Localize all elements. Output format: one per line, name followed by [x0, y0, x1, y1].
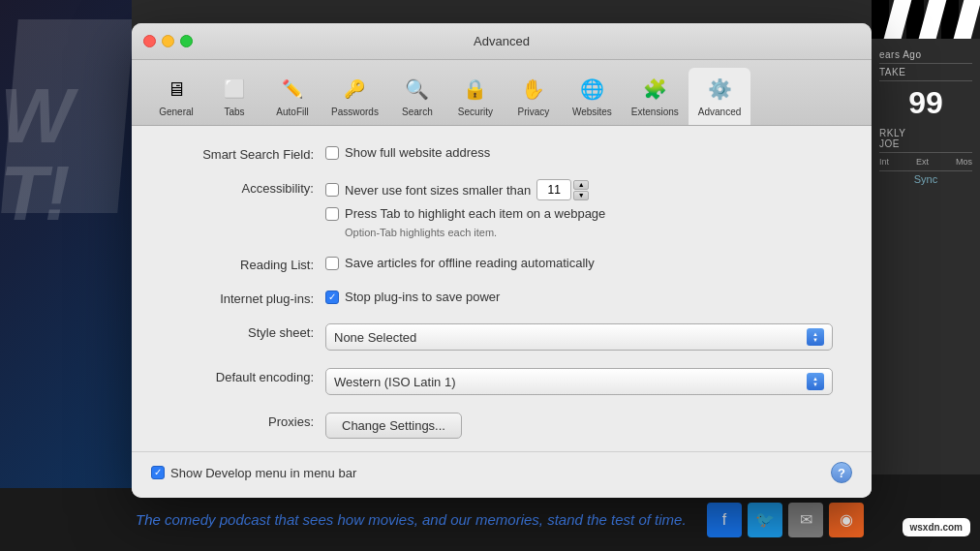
autofill-icon: [277, 74, 308, 105]
maximize-button[interactable]: [180, 35, 193, 47]
never-use-fonts-checkbox[interactable]: [325, 183, 339, 197]
default-encoding-arrow: [807, 373, 824, 390]
toolbar-item-websites[interactable]: Websites: [563, 68, 622, 125]
show-develop-checkbox[interactable]: [151, 466, 165, 479]
style-sheet-controls: None Selected: [325, 323, 833, 351]
preferences-content: Smart Search Field: Show full website ad…: [132, 126, 872, 451]
clapboard-take-number: 99: [879, 81, 972, 125]
toolbar-label-general: General: [159, 107, 194, 117]
toolbar-label-advanced: Advanced: [698, 107, 741, 117]
toolbar-item-general[interactable]: General: [147, 68, 205, 125]
clapboard-take-label: TAKE: [879, 64, 972, 81]
email-icon[interactable]: ✉: [788, 503, 823, 537]
social-icons: f 🐦 ✉ ◉: [707, 503, 864, 537]
stop-plugins-checkbox[interactable]: [325, 291, 339, 304]
security-icon: [460, 74, 491, 105]
close-button[interactable]: [143, 35, 156, 47]
font-size-spinner: 11 ▲ ▼: [536, 179, 589, 200]
toolbar-label-extensions: Extensions: [631, 107, 679, 117]
style-sheet-arrow: [807, 328, 824, 346]
traffic-lights: [143, 35, 193, 47]
internet-plugins-label: Internet plug-ins:: [170, 290, 325, 306]
twitter-icon[interactable]: 🐦: [748, 503, 782, 537]
accessibility-controls: Never use font sizes smaller than 11 ▲ ▼…: [325, 179, 833, 238]
clapboard-content: ears Ago TAKE 99 RKLY JOE Int Ext Mos Sy…: [872, 39, 980, 195]
rss-icon[interactable]: ◉: [829, 503, 864, 537]
stop-plugins-row: Stop plug-ins to save power: [325, 290, 833, 304]
toolbar-item-tabs[interactable]: Tabs: [205, 68, 263, 125]
smart-search-row: Smart Search Field: Show full website ad…: [170, 145, 833, 162]
accessibility-label: Accessibility:: [170, 179, 325, 196]
toolbar-label-privacy: Privacy: [518, 107, 550, 117]
window-title: Advanced: [474, 34, 530, 48]
extensions-icon: [639, 74, 670, 105]
proxies-row: Proxies: Change Settings...: [170, 413, 833, 439]
toolbar: General Tabs AutoFill Passwords Search S…: [132, 60, 872, 126]
change-settings-button[interactable]: Change Settings...: [325, 413, 462, 439]
spinner-arrows: ▲ ▼: [573, 180, 589, 200]
proxies-label: Proxies:: [170, 413, 325, 429]
preferences-dialog: Advanced General Tabs AutoFill Passwords…: [132, 23, 872, 498]
advanced-icon: [704, 74, 735, 105]
toolbar-label-security: Security: [458, 107, 493, 117]
toolbar-item-passwords[interactable]: Passwords: [322, 68, 388, 125]
passwords-icon: [339, 74, 370, 105]
internet-plugins-controls: Stop plug-ins to save power: [325, 290, 833, 304]
press-tab-label: Press Tab to highlight each item on a we…: [345, 206, 605, 221]
toolbar-label-search: Search: [402, 107, 433, 117]
clapboard: ears Ago TAKE 99 RKLY JOE Int Ext Mos Sy…: [872, 0, 980, 474]
toolbar-item-search[interactable]: Search: [388, 68, 446, 125]
spinner-up[interactable]: ▲: [573, 180, 589, 190]
toolbar-item-autofill[interactable]: AutoFill: [263, 68, 322, 125]
smart-search-label: Smart Search Field:: [170, 145, 325, 162]
toolbar-item-privacy[interactable]: Privacy: [505, 68, 563, 125]
facebook-icon[interactable]: f: [707, 503, 742, 537]
toolbar-label-tabs: Tabs: [224, 107, 244, 117]
smart-search-controls: Show full website address: [325, 145, 833, 160]
websites-icon: [576, 74, 607, 105]
wsxdn-badge: wsxdn.com: [903, 518, 970, 536]
bottom-row: Show Develop menu in menu bar ?: [132, 451, 872, 498]
help-button[interactable]: ?: [831, 462, 852, 483]
default-encoding-label: Default encoding:: [170, 368, 325, 384]
stop-plugins-label: Stop plug-ins to save power: [345, 290, 500, 304]
press-tab-checkbox[interactable]: [325, 207, 339, 221]
clapboard-years-ago: ears Ago: [879, 46, 972, 64]
toolbar-item-security[interactable]: Security: [446, 68, 505, 125]
show-full-address-label: Show full website address: [345, 145, 490, 160]
background-left: W T!: [0, 0, 132, 551]
style-sheet-value: None Selected: [334, 330, 416, 345]
spinner-down[interactable]: ▼: [573, 191, 589, 200]
tabs-icon: [219, 74, 250, 105]
clapboard-sync: Sync: [879, 170, 972, 187]
search-icon: [402, 74, 433, 105]
font-size-input[interactable]: 11: [536, 179, 571, 200]
toolbar-label-websites: Websites: [572, 107, 612, 117]
toolbar-item-extensions[interactable]: Extensions: [622, 68, 689, 125]
default-encoding-row: Default encoding: Western (ISO Latin 1): [170, 368, 833, 395]
save-articles-label: Save articles for offline reading automa…: [345, 256, 595, 270]
show-full-address-checkbox[interactable]: [325, 146, 339, 160]
toolbar-label-autofill: AutoFill: [276, 107, 308, 117]
default-encoding-dropdown[interactable]: Western (ISO Latin 1): [325, 368, 833, 395]
save-articles-checkbox[interactable]: [325, 257, 339, 270]
reading-list-controls: Save articles for offline reading automa…: [325, 256, 833, 270]
never-use-fonts-row: Never use font sizes smaller than 11 ▲ ▼: [325, 179, 833, 200]
bg-decorative-text: W T!: [0, 77, 132, 232]
podcast-tagline: The comedy podcast that sees how movies,…: [136, 511, 687, 528]
style-sheet-row: Style sheet: None Selected: [170, 323, 833, 351]
title-bar: Advanced: [132, 23, 872, 60]
show-develop-label: Show Develop menu in menu bar: [170, 466, 356, 480]
clapboard-top: [872, 0, 980, 39]
general-icon: [161, 74, 192, 105]
toolbar-item-advanced[interactable]: Advanced: [689, 68, 750, 125]
privacy-icon: [518, 74, 549, 105]
reading-list-row: Reading List: Save articles for offline …: [170, 256, 833, 272]
show-full-address-row: Show full website address: [325, 145, 833, 160]
minimize-button[interactable]: [162, 35, 174, 47]
style-sheet-dropdown[interactable]: None Selected: [325, 323, 833, 351]
proxies-controls: Change Settings...: [325, 413, 833, 439]
clapboard-names: RKLY JOE: [879, 125, 972, 153]
default-encoding-value: Western (ISO Latin 1): [334, 375, 455, 389]
toolbar-label-passwords: Passwords: [331, 107, 379, 117]
